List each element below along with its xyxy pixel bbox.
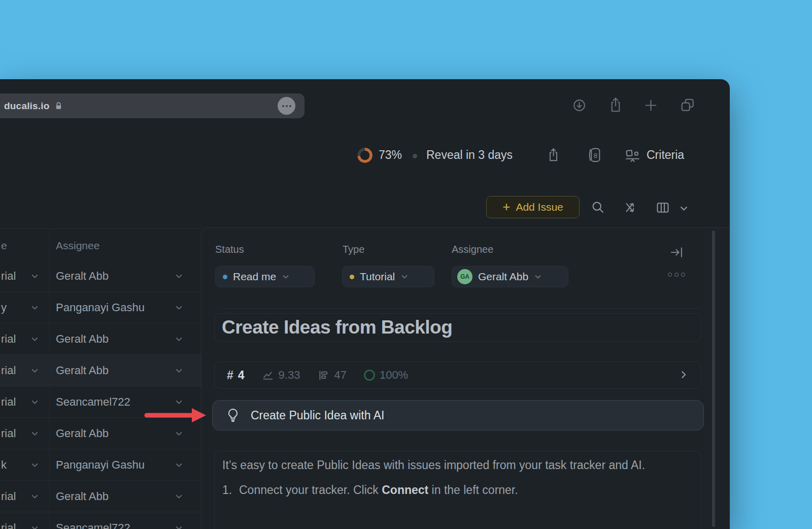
more-options-icon[interactable] bbox=[668, 273, 685, 277]
svg-text:8: 8 bbox=[594, 152, 597, 159]
chevron-down-icon[interactable] bbox=[175, 366, 183, 375]
chevron-down-icon[interactable] bbox=[30, 303, 39, 312]
url-options-button[interactable] bbox=[278, 97, 295, 115]
assignee-cell[interactable]: Panganayi Gashu bbox=[56, 301, 145, 314]
chevron-down-icon[interactable] bbox=[175, 492, 183, 501]
table-row[interactable]: rial Seancamel722 bbox=[0, 512, 201, 529]
status-dot bbox=[223, 275, 227, 279]
criteria-label[interactable]: Criteria bbox=[647, 148, 684, 162]
assignee-avatar: GA bbox=[457, 269, 472, 284]
chevron-down-icon bbox=[400, 273, 409, 281]
assignee-cell[interactable]: Geralt Abb bbox=[56, 270, 109, 283]
criteria-icon[interactable] bbox=[625, 148, 640, 164]
chevron-down-icon[interactable] bbox=[30, 366, 39, 375]
export-icon[interactable] bbox=[547, 147, 560, 162]
browser-window: ducalis.io 73% Reveal in 3 days 8 Criter… bbox=[0, 79, 730, 529]
issue-stats-bar[interactable]: #4 9.33 47 100% bbox=[214, 361, 701, 389]
table-top-border bbox=[0, 228, 201, 229]
chevron-down-icon[interactable] bbox=[30, 492, 39, 501]
rank-value: 47 bbox=[334, 369, 346, 382]
table-row[interactable]: rial Geralt Abb bbox=[0, 260, 201, 292]
card-stack-icon[interactable]: 8 bbox=[585, 147, 603, 164]
chevron-down-icon[interactable] bbox=[175, 460, 183, 469]
columns-icon[interactable] bbox=[656, 201, 670, 215]
score-value: 9.33 bbox=[279, 369, 300, 382]
status-dropdown[interactable]: Read me bbox=[215, 266, 315, 287]
chevron-down-icon[interactable] bbox=[175, 523, 183, 529]
type-field-label: Type bbox=[343, 244, 364, 255]
chevron-down-icon[interactable] bbox=[175, 303, 183, 312]
plus-icon: + bbox=[502, 200, 510, 213]
type-dropdown[interactable]: Tutorial bbox=[342, 266, 434, 287]
progress-ring bbox=[357, 148, 373, 163]
assignee-field-label: Assignee bbox=[452, 244, 493, 255]
rank-icon bbox=[317, 369, 329, 381]
tabs-overview-icon[interactable] bbox=[680, 97, 695, 113]
chevron-down-icon bbox=[282, 273, 290, 281]
chevron-down-icon[interactable] bbox=[30, 335, 39, 343]
search-icon[interactable] bbox=[591, 200, 605, 214]
chevron-down-icon bbox=[534, 273, 542, 281]
scrollbar[interactable] bbox=[712, 230, 715, 527]
assignee-cell[interactable]: Panganayi Gashu bbox=[56, 458, 145, 472]
assignee-cell[interactable]: Seancamel722 bbox=[56, 521, 130, 529]
type-dot bbox=[350, 275, 354, 279]
hash-icon: # bbox=[227, 369, 233, 382]
table-row[interactable]: rial Geralt Abb bbox=[0, 481, 201, 512]
assignee-cell[interactable]: Geralt Abb bbox=[56, 427, 109, 440]
issue-id: 4 bbox=[238, 369, 245, 382]
score-chart-icon bbox=[262, 369, 274, 381]
chevron-down-icon[interactable] bbox=[30, 272, 39, 280]
chevron-down-icon[interactable] bbox=[175, 335, 183, 343]
table-row[interactable]: rial Geralt Abb bbox=[0, 323, 201, 355]
progress-percent: 73% bbox=[379, 148, 402, 162]
url-text: ducalis.io bbox=[4, 101, 50, 112]
chevron-down-icon[interactable] bbox=[175, 429, 183, 438]
lock-icon bbox=[54, 102, 63, 110]
chevron-down-icon[interactable] bbox=[30, 398, 39, 406]
issue-title[interactable]: Create Ideas from Backlog bbox=[222, 317, 452, 338]
assignee-cell[interactable]: Geralt Abb bbox=[56, 490, 109, 503]
assignee-cell[interactable]: Geralt Abb bbox=[56, 333, 109, 346]
table-header-left-fragment: e bbox=[1, 240, 7, 252]
issue-title-container[interactable]: Create Ideas from Backlog bbox=[214, 313, 701, 342]
download-icon[interactable] bbox=[572, 98, 587, 113]
panel-divider bbox=[218, 308, 701, 309]
reveal-countdown: Reveal in 3 days bbox=[426, 148, 513, 162]
completion-ring-icon bbox=[364, 370, 375, 381]
description-paragraph: It’s easy to create Public Ideas with is… bbox=[222, 456, 669, 474]
issue-description[interactable]: It’s easy to create Public Ideas with is… bbox=[214, 451, 701, 529]
lightbulb-icon bbox=[226, 408, 240, 423]
assignee-cell[interactable]: Geralt Abb bbox=[56, 364, 109, 377]
completion-value: 100% bbox=[380, 369, 408, 382]
create-public-idea-ai-button[interactable]: Create Public Idea with AI bbox=[212, 400, 704, 431]
chevron-down-icon[interactable] bbox=[175, 398, 183, 406]
chevron-down-icon[interactable] bbox=[30, 429, 39, 438]
url-bar[interactable]: ducalis.io bbox=[0, 93, 304, 118]
chevron-down-icon[interactable] bbox=[175, 272, 183, 280]
chevron-down-icon[interactable] bbox=[30, 523, 39, 529]
table-row[interactable]: k Panganayi Gashu bbox=[0, 449, 201, 481]
assignee-cell[interactable]: Seancamel722 bbox=[56, 395, 130, 409]
table-row-highlighted[interactable]: rial Geralt Abb bbox=[0, 355, 201, 386]
collapse-panel-icon[interactable] bbox=[669, 245, 684, 259]
add-issue-button[interactable]: + Add Issue bbox=[486, 196, 580, 218]
chevron-down-icon[interactable] bbox=[30, 460, 39, 469]
share-icon[interactable] bbox=[608, 96, 623, 113]
table-row[interactable]: y Panganayi Gashu bbox=[0, 292, 201, 323]
table-header-assignee[interactable]: Assignee bbox=[56, 240, 99, 252]
chevron-down-icon[interactable] bbox=[679, 204, 689, 213]
description-step-1: 1. Connect your tracker. Click Connect i… bbox=[222, 483, 693, 497]
status-field-label: Status bbox=[215, 244, 244, 255]
separator-dot bbox=[413, 154, 417, 158]
new-tab-icon[interactable] bbox=[644, 98, 658, 113]
sort-icon[interactable] bbox=[623, 201, 637, 214]
annotation-arrow bbox=[144, 407, 208, 424]
chevron-right-icon[interactable] bbox=[679, 370, 689, 380]
assignee-dropdown[interactable]: GA Geralt Abb bbox=[452, 266, 568, 287]
